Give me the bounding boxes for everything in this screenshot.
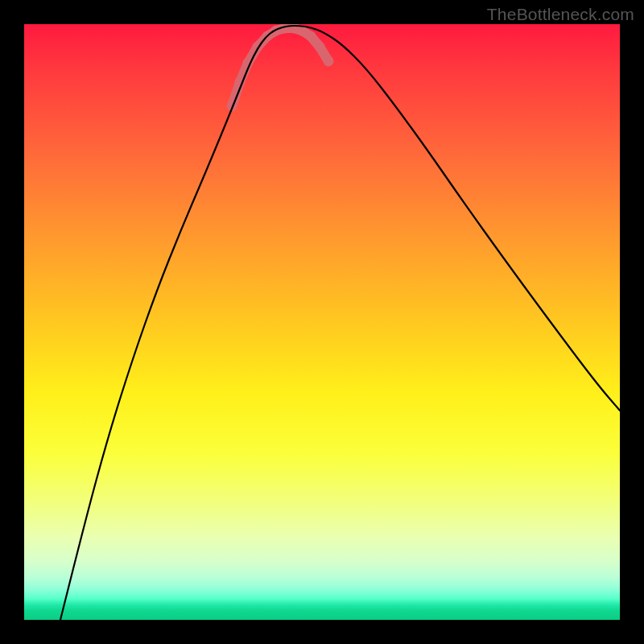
- highlight-marker: [324, 56, 334, 67]
- highlight-marker: [306, 31, 316, 42]
- curve-layer: [24, 24, 620, 620]
- highlight-group: [227, 24, 334, 112]
- bottleneck-curve: [60, 26, 620, 620]
- watermark-text: TheBottleneck.com: [487, 5, 634, 24]
- curve-group: [60, 26, 620, 620]
- plot-area: [24, 24, 620, 620]
- chart-frame: TheBottleneck.com: [0, 0, 644, 644]
- highlight-marker: [315, 42, 325, 52]
